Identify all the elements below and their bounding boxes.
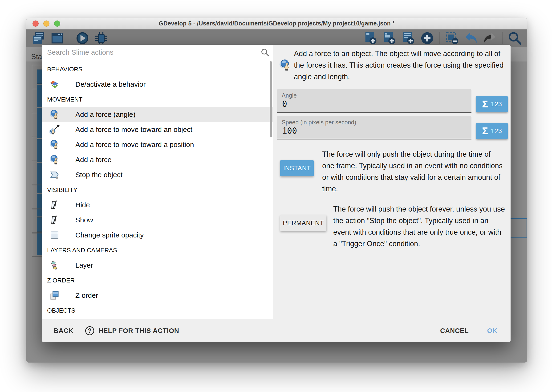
minimize-window-button[interactable] (43, 21, 49, 27)
add-event-icon[interactable] (383, 32, 396, 45)
instant-button[interactable]: INSTANT (280, 160, 314, 176)
action-item[interactable]: Add a force (42, 152, 273, 167)
action-item-label: Hide (75, 201, 90, 209)
angle-input[interactable] (282, 99, 466, 109)
play-icon[interactable] (76, 32, 89, 45)
redo-icon[interactable] (483, 32, 497, 45)
events-sheet-icon[interactable] (32, 32, 45, 45)
action-item[interactable]: Layer (42, 258, 273, 273)
instant-description: The force will only push the object duri… (322, 148, 503, 195)
action-item[interactable]: Add a force (angle) (42, 107, 273, 122)
search-bar (42, 45, 273, 60)
section-header: VISIBILITY (42, 182, 273, 197)
action-item[interactable]: Add a force to move toward a position (42, 137, 273, 152)
window-titlebar: GDevelop 5 - /Users/david/Documents/GDev… (26, 18, 527, 29)
layer-icon (49, 260, 60, 270)
action-item[interactable]: Hide (42, 197, 273, 212)
action-chooser-dialog: BEHAVIORSDe/activate a behaviorMOVEMENTA… (42, 45, 511, 342)
search-input[interactable] (42, 45, 273, 60)
action-item-label: Add a force to move toward a position (75, 141, 194, 149)
hide-icon (49, 200, 60, 210)
action-detail-panel: Add a force to an object. The object wil… (273, 45, 511, 319)
opacity-icon (49, 230, 60, 240)
angle-field-row: Angle Σ 123 (273, 89, 511, 113)
speed-input[interactable] (282, 126, 466, 136)
help-button-label: HELP FOR THIS ACTION (98, 327, 179, 335)
action-item-label: Add a force (angle) (75, 111, 135, 119)
back-button[interactable]: BACK (53, 325, 74, 336)
list-scrollbar-thumb[interactable] (270, 61, 272, 137)
sigma-icon: Σ (482, 126, 488, 136)
dialog-footer: BACK ? HELP FOR THIS ACTION CANCEL OK (42, 319, 511, 342)
toolbar-separator (502, 32, 503, 44)
expression-123-label: 123 (491, 127, 502, 135)
undo-icon[interactable] (464, 32, 478, 45)
add-force-icon (49, 109, 60, 120)
action-item-label: Z order (75, 291, 98, 299)
permanent-button[interactable]: PERMANENT (280, 215, 326, 231)
scene-tab-label: Sta (31, 53, 42, 61)
permanent-description: The force will push the object forever, … (333, 203, 505, 250)
section-header: BEHAVIORS (42, 62, 273, 77)
add-comment-icon[interactable] (402, 32, 415, 45)
action-item-label: Show (75, 216, 93, 224)
action-item[interactable]: Stop the object (42, 167, 273, 182)
action-item[interactable]: Z order (42, 288, 273, 303)
stop-object-icon (49, 170, 60, 180)
close-window-button[interactable] (33, 21, 39, 27)
toolbar-separator (439, 32, 440, 44)
action-item[interactable]: Show (42, 212, 273, 228)
speed-expression-button[interactable]: Σ 123 (476, 123, 508, 139)
section-header: OBJECTS (42, 303, 273, 318)
main-toolbar (26, 29, 527, 47)
action-item-label: Stop the object (75, 171, 123, 179)
action-item[interactable]: De/activate a behavior (42, 77, 273, 92)
toolbar-left-group (32, 32, 108, 45)
behavior-icon (49, 79, 60, 90)
speed-field[interactable]: Speed (in pixels per second) (277, 116, 471, 140)
action-item-label: Add a force to move toward an object (75, 126, 192, 133)
add-subevent-icon[interactable] (364, 32, 377, 45)
scene-editor-icon[interactable] (51, 32, 64, 45)
action-item-label: Layer (75, 261, 93, 269)
toolbar-separator (70, 32, 70, 44)
help-icon: ? (85, 326, 94, 335)
debug-icon[interactable] (95, 32, 108, 45)
action-item[interactable]: Add a force to move toward an object (42, 122, 273, 137)
actions-list-panel: BEHAVIORSDe/activate a behaviorMOVEMENTA… (42, 45, 273, 319)
section-header: MOVEMENT (42, 92, 273, 107)
action-item-label: Change sprite opacity (75, 231, 144, 239)
add-force-icon (49, 140, 60, 150)
ok-button[interactable]: OK (486, 325, 498, 336)
speed-field-row: Speed (in pixels per second) Σ 123 (273, 116, 511, 140)
sigma-icon: Σ (482, 99, 488, 109)
footer-right-group: CANCEL OK (439, 319, 498, 342)
section-header: LAYERS AND CAMERAS (42, 243, 273, 258)
show-icon (49, 215, 60, 225)
action-item-label: Add a force (75, 156, 111, 164)
angle-field-label: Angle (282, 92, 297, 99)
toggle-events-icon[interactable] (446, 32, 459, 45)
window-title: GDevelop 5 - /Users/david/Documents/GDev… (26, 18, 527, 29)
help-button[interactable]: ? HELP FOR THIS ACTION (84, 324, 180, 337)
add-force-icon (279, 59, 291, 71)
action-item[interactable]: Change sprite opacity (42, 228, 273, 243)
speed-field-label: Speed (in pixels per second) (282, 119, 356, 126)
expression-123-label: 123 (491, 100, 502, 108)
action-item-label: De/activate a behavior (75, 80, 146, 88)
section-header: Z ORDER (42, 273, 273, 288)
traffic-lights (33, 21, 60, 27)
cancel-button[interactable]: CANCEL (439, 325, 469, 336)
force-toward-object-icon (49, 124, 60, 135)
search-events-icon[interactable] (508, 32, 521, 45)
search-icon (261, 48, 269, 57)
footer-left-group: BACK ? HELP FOR THIS ACTION (53, 319, 180, 342)
action-description: Add a force to an object. The object wil… (294, 48, 508, 83)
add-force-icon (49, 154, 60, 165)
angle-expression-button[interactable]: Σ 123 (476, 96, 508, 112)
toolbar-right-group (364, 32, 521, 45)
angle-field[interactable]: Angle (277, 89, 471, 113)
add-circle-icon[interactable] (421, 32, 434, 45)
zoom-window-button[interactable] (54, 21, 60, 27)
z-order-icon (49, 290, 60, 301)
